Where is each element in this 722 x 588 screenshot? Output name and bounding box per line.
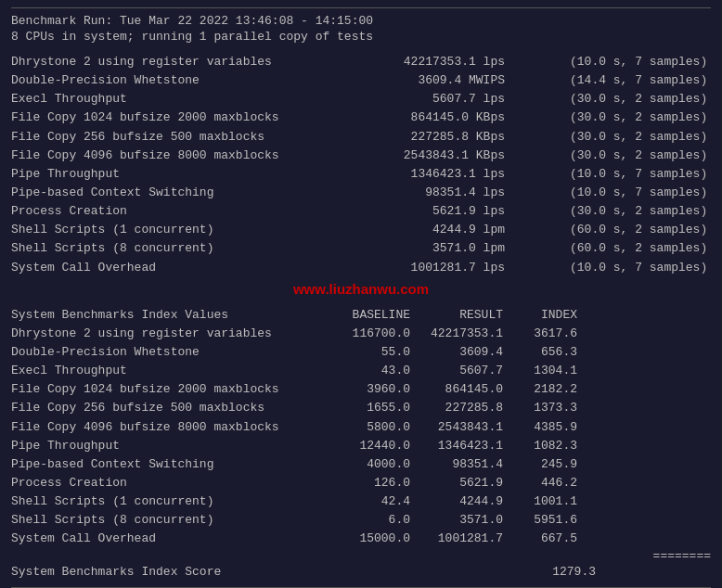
index-row-label: Dhrystone 2 using register variables: [11, 325, 327, 343]
index-row-index: 245.9: [503, 455, 577, 474]
index-row-result: 5607.7: [410, 362, 503, 380]
bench-samples: (30.0 s, 2 samples): [562, 128, 711, 147]
index-row-result: 1346423.1: [410, 437, 503, 455]
bench-value: 1346423.1 lps: [384, 165, 505, 184]
header-line2: 8 CPUs in system; running 1 parallel cop…: [11, 30, 711, 44]
bench-samples: (10.0 s, 7 samples): [562, 165, 711, 184]
index-row-label: Process Creation: [11, 474, 327, 492]
bench-samples: (30.0 s, 2 samples): [562, 90, 711, 109]
index-row: Pipe Throughput12440.01346423.11082.3: [11, 437, 711, 455]
index-row-baseline: 12440.0: [327, 437, 410, 455]
index-row-result: 864145.0: [410, 380, 503, 399]
index-row-result: 3609.4: [410, 343, 503, 362]
index-header-baseline: BASELINE: [327, 306, 410, 325]
watermark: www.liuzhanwu.com: [11, 281, 711, 297]
index-row: Shell Scripts (1 concurrent)42.44244.910…: [11, 492, 711, 511]
index-row-result: 227285.8: [410, 399, 503, 417]
index-row-result: 98351.4: [410, 455, 503, 474]
index-row-baseline: 43.0: [327, 362, 410, 380]
bench-row: Double-Precision Whetstone3609.4 MWIPS(1…: [11, 71, 711, 90]
bench-label: Pipe Throughput: [11, 165, 327, 184]
index-row-index: 446.2: [503, 474, 577, 492]
index-row-label: Double-Precision Whetstone: [11, 343, 327, 362]
index-row-index: 1082.3: [503, 437, 577, 455]
index-row: Double-Precision Whetstone55.03609.4656.…: [11, 343, 711, 362]
top-divider: [11, 7, 711, 8]
bench-value: 227285.8 KBps: [384, 128, 505, 147]
bench-value: 4244.9 lpm: [384, 221, 505, 239]
index-row: Dhrystone 2 using register variables1167…: [11, 325, 711, 343]
bench-samples: (10.0 s, 7 samples): [562, 184, 711, 202]
index-row-label: Pipe-based Context Switching: [11, 455, 327, 474]
bench-row: Pipe Throughput1346423.1 lps(10.0 s, 7 s…: [11, 165, 711, 184]
bench-label: File Copy 4096 bufsize 8000 maxblocks: [11, 147, 327, 165]
bench-value: 5621.9 lps: [384, 202, 505, 221]
bench-value: 3571.0 lpm: [384, 239, 505, 258]
bench-value: 98351.4 lps: [384, 184, 505, 202]
index-row-label: System Call Overhead: [11, 530, 327, 548]
bench-row: Process Creation5621.9 lps(30.0 s, 2 sam…: [11, 202, 711, 221]
index-row: System Call Overhead15000.01001281.7667.…: [11, 530, 711, 548]
bench-label: Process Creation: [11, 202, 327, 221]
index-row-index: 4385.9: [503, 418, 577, 437]
index-row-label: File Copy 1024 bufsize 2000 maxblocks: [11, 380, 327, 399]
index-header-index: INDEX: [503, 306, 577, 325]
index-row-result: 5621.9: [410, 474, 503, 492]
index-row-baseline: 4000.0: [327, 455, 410, 474]
index-row: Process Creation126.05621.9446.2: [11, 474, 711, 492]
bench-value: 2543843.1 KBps: [384, 147, 505, 165]
index-row-label: Execl Throughput: [11, 362, 327, 380]
bench-samples: (10.0 s, 7 samples): [562, 53, 711, 71]
bench-value: 864145.0 KBps: [384, 109, 505, 127]
index-row-result: 1001281.7: [410, 530, 503, 548]
index-row-label: File Copy 256 bufsize 500 maxblocks: [11, 399, 327, 417]
index-row-baseline: 116700.0: [327, 325, 410, 343]
index-row-baseline: 15000.0: [327, 530, 410, 548]
bench-samples: (30.0 s, 2 samples): [562, 109, 711, 127]
index-row-label: Shell Scripts (1 concurrent): [11, 492, 327, 511]
index-row: Execl Throughput43.05607.71304.1: [11, 362, 711, 380]
bench-row: Pipe-based Context Switching98351.4 lps(…: [11, 184, 711, 202]
index-row-baseline: 3960.0: [327, 380, 410, 399]
index-row-result: 4244.9: [410, 492, 503, 511]
bench-samples: (30.0 s, 2 samples): [562, 202, 711, 221]
bench-label: Double-Precision Whetstone: [11, 71, 327, 90]
equals-line: ========: [11, 549, 711, 563]
bench-value: 42217353.1 lps: [384, 53, 505, 71]
index-row-index: 667.5: [503, 530, 577, 548]
bench-row: Shell Scripts (1 concurrent)4244.9 lpm(6…: [11, 221, 711, 239]
bench-label: Shell Scripts (8 concurrent): [11, 239, 327, 258]
bench-label: File Copy 256 bufsize 500 maxblocks: [11, 128, 327, 147]
score-value: 1279.3: [522, 563, 596, 582]
index-row-label: File Copy 4096 bufsize 8000 maxblocks: [11, 418, 327, 437]
bench-samples: (10.0 s, 7 samples): [562, 259, 711, 277]
index-row: File Copy 256 bufsize 500 maxblocks1655.…: [11, 399, 711, 417]
index-row: Pipe-based Context Switching4000.098351.…: [11, 455, 711, 474]
index-row-index: 2182.2: [503, 380, 577, 399]
score-row: System Benchmarks Index Score1279.3: [11, 563, 711, 582]
index-row-index: 3617.6: [503, 325, 577, 343]
bench-row: Dhrystone 2 using register variables4221…: [11, 53, 711, 71]
index-row-baseline: 55.0: [327, 343, 410, 362]
index-row-result: 2543843.1: [410, 418, 503, 437]
index-header-result: RESULT: [410, 306, 503, 325]
index-header-row: System Benchmarks Index ValuesBASELINERE…: [11, 306, 711, 325]
bench-row: Shell Scripts (8 concurrent)3571.0 lpm(6…: [11, 239, 711, 258]
index-row-result: 42217353.1: [410, 325, 503, 343]
index-row-index: 1001.1: [503, 492, 577, 511]
bench-row: File Copy 256 bufsize 500 maxblocks22728…: [11, 128, 711, 147]
index-header-label: System Benchmarks Index Values: [11, 306, 327, 325]
index-row-index: 1304.1: [503, 362, 577, 380]
bench-label: Execl Throughput: [11, 90, 327, 109]
index-row: File Copy 4096 bufsize 8000 maxblocks580…: [11, 418, 711, 437]
index-row-baseline: 126.0: [327, 474, 410, 492]
index-row-index: 1373.3: [503, 399, 577, 417]
bench-row: System Call Overhead1001281.7 lps(10.0 s…: [11, 259, 711, 277]
index-section: System Benchmarks Index ValuesBASELINERE…: [11, 306, 711, 582]
bench-samples: (60.0 s, 2 samples): [562, 221, 711, 239]
index-row: File Copy 1024 bufsize 2000 maxblocks396…: [11, 380, 711, 399]
index-row-label: Pipe Throughput: [11, 437, 327, 455]
bench-value: 3609.4 MWIPS: [384, 71, 505, 90]
score-label: System Benchmarks Index Score: [11, 563, 522, 582]
bench-label: File Copy 1024 bufsize 2000 maxblocks: [11, 109, 327, 127]
